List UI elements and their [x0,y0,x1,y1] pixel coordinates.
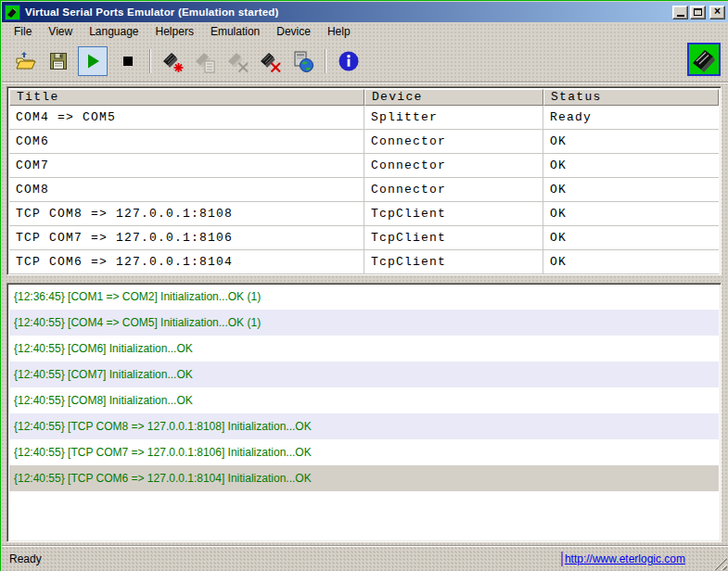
new-device-icon [161,50,185,73]
menu-item-help[interactable]: Help [319,23,359,40]
menubar: File View Language Helpers Emulation Dev… [2,22,728,41]
info-icon [338,50,360,72]
app-window: Virtual Serial Ports Emulator (Emulation… [0,0,728,571]
table-row[interactable]: TCP COM7 => 127.0.0.1:8106 TcpClient OK [9,226,719,250]
device-table: Title Device Status COM4 => COM5 Splitte… [6,86,722,275]
cell-device: Connector [364,154,543,178]
open-folder-icon [15,50,37,72]
cell-title: TCP COM6 => 127.0.0.1:8104 [9,250,364,274]
cell-status: OK [543,178,719,202]
cell-status: OK [543,130,719,154]
cell-device: Splitter [364,106,543,130]
panel-splitter[interactable] [2,275,728,283]
device-properties-icon [194,50,217,73]
toolbar-separator [149,49,151,73]
close-icon: × [714,6,721,17]
cell-title: TCP COM7 => 127.0.0.1:8106 [9,226,364,250]
delete-device-button [225,49,250,74]
cell-status: OK [543,202,719,226]
minimize-button[interactable] [672,6,688,19]
toolbar-divider [2,82,728,83]
table-header: Title Device Status [9,89,719,106]
cell-title: TCP COM8 => 127.0.0.1:8108 [9,202,364,226]
cell-title: COM7 [9,154,364,178]
menu-item-device[interactable]: Device [268,23,319,40]
log-entry[interactable]: {12:40:55} [COM8] Initialization...OK [9,387,719,413]
cell-title: COM4 => COM5 [9,106,364,130]
delete-device-icon [226,50,249,73]
start-emulation-button[interactable] [78,46,108,76]
about-button[interactable] [336,49,361,74]
menu-item-view[interactable]: View [40,23,81,40]
device-properties-button [193,49,218,74]
network-devices-button[interactable] [290,49,315,74]
table-row[interactable]: TCP COM8 => 127.0.0.1:8108 TcpClient OK [9,202,719,226]
table-row[interactable]: COM8 Connector OK [9,178,719,202]
log-entry[interactable]: {12:40:55} [TCP COM7 => 127.0.0.1:8106] … [9,439,719,465]
play-icon [82,50,104,72]
menu-item-file[interactable]: File [6,23,40,40]
menu-item-language[interactable]: Language [81,23,147,40]
cell-status: OK [543,154,719,178]
delete-all-devices-button[interactable] [258,49,283,74]
table-row[interactable]: COM7 Connector OK [9,154,719,178]
save-button[interactable] [45,49,70,74]
log-entry[interactable]: {12:40:55} [COM6] Initialization...OK [9,336,719,362]
close-button[interactable]: × [709,6,725,19]
cell-device: TcpClient [364,250,543,274]
column-header-status[interactable]: Status [543,89,719,106]
cell-title: COM8 [9,178,364,202]
tcp-globe-icon [291,50,314,73]
log-entry[interactable]: {12:40:55} [COM4 => COM5] Initialization… [9,310,719,336]
column-header-title[interactable]: Title [9,89,364,106]
table-row[interactable]: COM4 => COM5 Splitter Ready [9,106,719,130]
cell-status: OK [543,250,719,274]
cell-status: Ready [543,106,719,130]
cell-device: TcpClient [364,202,543,226]
save-icon [47,50,70,72]
resize-grip[interactable] [714,557,727,570]
maximize-button[interactable] [690,6,706,19]
cell-device: TcpClient [364,226,543,250]
cell-status: OK [543,226,719,250]
stop-emulation-button[interactable] [115,49,140,74]
log-entry-selected[interactable]: {12:40:55} [TCP COM6 => 127.0.0.1:8104] … [9,465,719,491]
column-header-device[interactable]: Device [364,89,543,106]
table-row[interactable]: TCP COM6 => 127.0.0.1:8104 TcpClient OK [9,250,719,274]
log-entry[interactable]: {12:40:55} [TCP COM8 => 127.0.0.1:8108] … [9,413,719,439]
app-icon [5,5,20,20]
delete-all-devices-icon [259,50,282,73]
window-title: Virtual Serial Ports Emulator (Emulation… [25,6,672,18]
log-entry[interactable]: {12:40:55} [COM7] Initialization...OK [9,362,719,387]
cell-device: Connector [364,178,543,202]
statusbar-link[interactable]: http://www.eterlogic.com [565,552,685,565]
table-row[interactable]: COM6 Connector OK [9,130,719,154]
menu-item-emulation[interactable]: Emulation [202,23,268,40]
toolbar-separator [325,49,326,73]
titlebar[interactable]: Virtual Serial Ports Emulator (Emulation… [2,2,728,22]
create-device-button[interactable] [160,49,185,74]
toolbar [2,41,728,82]
statusbar-pane-divider [561,552,563,566]
cell-device: Connector [364,130,543,154]
cell-title: COM6 [9,130,364,154]
menu-item-helpers[interactable]: Helpers [147,23,202,40]
statusbar: Ready http://www.eterlogic.com [2,546,728,571]
minimize-icon [677,15,684,17]
open-button[interactable] [13,49,38,74]
maximize-icon [694,8,702,16]
vspe-logo [687,43,721,76]
stop-icon [123,57,133,66]
status-text: Ready [2,552,561,565]
log-entry[interactable]: {12:36:45} [COM1 => COM2] Initialization… [9,284,719,310]
log-panel: {12:36:45} [COM1 => COM2] Initialization… [6,283,722,542]
